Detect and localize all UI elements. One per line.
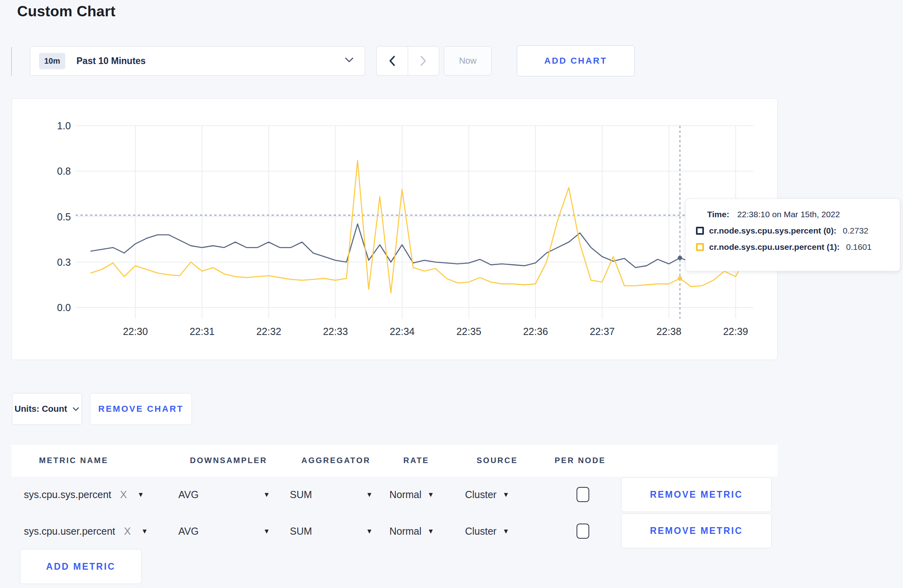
svg-text:22:37: 22:37	[590, 326, 615, 337]
svg-text:22:32: 22:32	[256, 326, 281, 337]
chevron-right-icon	[420, 56, 426, 66]
metric-row: sys.cpu.sys.percent X ▼ AVG ▼ SUM ▼ Norm…	[12, 476, 778, 513]
svg-text:22:34: 22:34	[390, 326, 415, 337]
time-back-button[interactable]	[377, 47, 408, 75]
remove-metric-button[interactable]: REMOVE METRIC	[621, 477, 772, 512]
chevron-down-icon	[345, 57, 354, 64]
source-select[interactable]: Cluster ▼	[465, 526, 509, 537]
caret-down-icon: ▼	[366, 527, 373, 535]
page-title: Custom Chart	[17, 3, 115, 20]
svg-text:22:38: 22:38	[657, 326, 682, 337]
aggregator-select[interactable]: SUM ▼	[290, 526, 373, 537]
svg-text:22:30: 22:30	[123, 326, 148, 337]
metric-row: sys.cpu.user.percent X ▼ AVG ▼ SUM ▼ Nor…	[12, 513, 778, 549]
svg-text:22:33: 22:33	[323, 326, 348, 337]
caret-down-icon: ▼	[428, 527, 434, 535]
svg-text:0.5: 0.5	[57, 211, 71, 222]
svg-text:22:35: 22:35	[456, 326, 481, 337]
svg-text:22:39: 22:39	[723, 326, 748, 337]
svg-text:0.3: 0.3	[57, 257, 71, 268]
series-sys-swatch-icon	[696, 227, 704, 235]
caret-down-icon: ▼	[366, 491, 373, 498]
metric-name-select[interactable]: sys.cpu.sys.percent X ▼	[24, 489, 144, 501]
source-select[interactable]: Cluster ▼	[465, 489, 509, 500]
remove-metric-button[interactable]: REMOVE METRIC	[621, 514, 772, 548]
col-header-aggregator: AGGREGATOR	[301, 456, 371, 465]
caret-down-icon: ▼	[137, 491, 144, 498]
tooltip-series-name: cr.node.sys.cpu.sys.percent (0):	[709, 226, 837, 236]
add-metric-button[interactable]: ADD METRIC	[20, 549, 142, 584]
remove-chart-button[interactable]: REMOVE CHART	[90, 393, 192, 425]
chevron-down-icon	[72, 407, 79, 411]
series-user-swatch-icon	[696, 243, 704, 251]
col-header-rate: RATE	[403, 456, 429, 465]
svg-text:0.0: 0.0	[57, 302, 71, 313]
rate-select[interactable]: Normal ▼	[389, 489, 434, 500]
metric-name-select[interactable]: sys.cpu.user.percent X ▼	[24, 525, 148, 537]
downsampler-select[interactable]: AVG ▼	[178, 526, 270, 537]
svg-text:22:36: 22:36	[523, 326, 548, 337]
svg-text:1.0: 1.0	[57, 120, 71, 131]
units-select[interactable]: Units: Count	[12, 393, 82, 425]
col-header-metric-name: METRIC NAME	[39, 456, 108, 465]
metrics-table-header: METRIC NAME DOWNSAMPLER AGGREGATOR RATE …	[12, 445, 778, 477]
caret-down-icon: ▼	[502, 491, 509, 498]
tooltip-series-value: 0.1601	[846, 242, 872, 252]
tooltip-series-value: 0.2732	[843, 226, 868, 236]
caret-down-icon: ▼	[141, 527, 148, 535]
tooltip-time-value: 22:38:10 on Mar 15th, 2022	[737, 210, 840, 219]
time-range-badge: 10m	[39, 53, 65, 69]
col-header-source: SOURCE	[477, 456, 518, 465]
svg-text:22:31: 22:31	[190, 326, 215, 337]
time-range-label: Past 10 Minutes	[76, 56, 146, 66]
caret-down-icon: ▼	[263, 527, 270, 535]
per-node-checkbox[interactable]	[577, 487, 589, 502]
line-chart[interactable]: 0.00.30.50.81.022:3022:3122:3222:3322:34…	[12, 99, 777, 360]
per-node-checkbox[interactable]	[577, 524, 589, 539]
add-chart-button[interactable]: ADD CHART	[517, 45, 635, 76]
time-forward-button[interactable]	[408, 47, 439, 75]
toolbar-left-divider	[11, 47, 12, 76]
svg-text:0.8: 0.8	[57, 165, 71, 177]
caret-down-icon: ▼	[428, 491, 434, 498]
caret-down-icon: ▼	[263, 491, 270, 498]
caret-down-icon: ▼	[502, 527, 509, 535]
now-button[interactable]: Now	[444, 46, 492, 76]
tooltip-time-label: Time:	[707, 210, 729, 219]
custom-chart-panel[interactable]: 0.00.30.50.81.022:3022:3122:3222:3322:34…	[12, 98, 778, 360]
time-range-select[interactable]: 10m Past 10 Minutes	[30, 46, 365, 76]
time-nav-group	[376, 46, 439, 76]
downsampler-select[interactable]: AVG ▼	[178, 489, 270, 500]
clear-metric-icon[interactable]: X	[124, 525, 131, 537]
col-header-downsampler: DOWNSAMPLER	[190, 456, 267, 465]
chart-hover-tooltip: Time: 22:38:10 on Mar 15th, 2022 cr.node…	[685, 199, 900, 271]
col-header-per-node: PER NODE	[555, 456, 606, 465]
tooltip-series-name: cr.node.sys.cpu.user.percent (1):	[709, 242, 840, 252]
aggregator-select[interactable]: SUM ▼	[290, 489, 373, 500]
chevron-left-icon	[389, 56, 395, 66]
clear-metric-icon[interactable]: X	[120, 489, 127, 501]
rate-select[interactable]: Normal ▼	[389, 526, 434, 537]
